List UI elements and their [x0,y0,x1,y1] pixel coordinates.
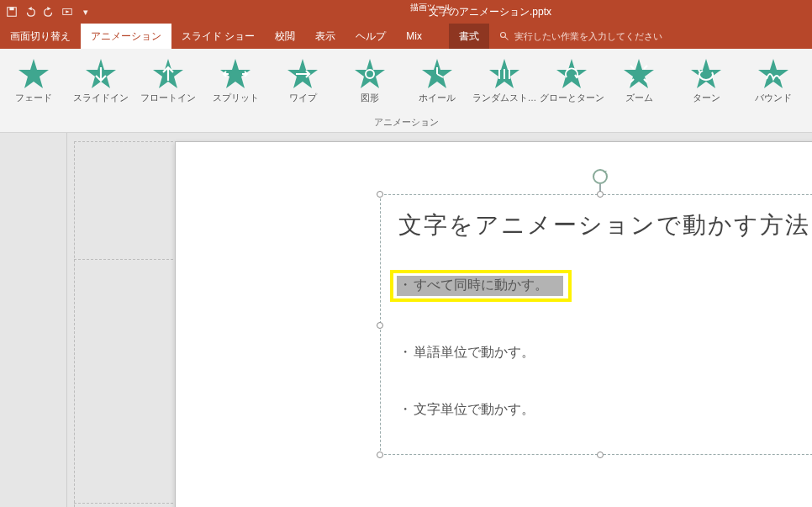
svg-point-3 [501,33,506,38]
bullet-item[interactable]: ・文字単位で動かす。 [398,401,535,419]
resize-handle[interactable] [597,191,604,198]
star-icon [84,57,118,91]
effect-label: ランダムスト… [471,92,538,104]
svg-marker-10 [355,59,385,88]
bullet-item[interactable]: ・単語単位で動かす。 [398,344,535,362]
content-area: 文字をアニメーションで動かす方法 ・すべて同時に動かす。 ・単語単位で動かす。 … [0,133,812,507]
star-icon [286,57,319,91]
tell-me-search[interactable]: 実行したい作業を入力してください [489,24,672,49]
effect-label: 図形 [336,92,403,104]
title-bar: ▾ 描画ツール 文字のアニメーション.pptx [0,0,812,24]
slide-editor[interactable]: 文字をアニメーションで動かす方法 ・すべて同時に動かす。 ・単語単位で動かす。 … [67,133,812,507]
effect-wipe[interactable]: ワイプ [269,54,336,104]
star-icon [488,57,521,91]
effect-grow-turn[interactable]: グローとターン [538,54,605,104]
undo-icon[interactable] [24,5,37,18]
effect-label: ズーム [605,92,672,104]
effect-split[interactable]: スプリット [202,54,269,104]
slide-canvas[interactable]: 文字をアニメーションで動かす方法 ・すべて同時に動かす。 ・単語単位で動かす。 … [175,141,812,507]
effect-label: スライドイン [67,92,134,104]
svg-line-4 [505,37,509,40]
tab-slideshow[interactable]: スライド ショー [171,24,265,49]
ribbon-tabs: 画面切り替え アニメーション スライド ショー 校閲 表示 ヘルプ Mix 書式… [0,24,812,49]
tab-mix[interactable]: Mix [396,24,432,49]
effect-random-stripes[interactable]: ランダムスト… [471,54,538,104]
effect-slidein[interactable]: スライドイン [67,54,134,104]
svg-marker-17 [758,59,788,88]
effect-label: ホイール [403,92,471,104]
resize-handle[interactable] [377,191,383,198]
svg-marker-15 [624,59,654,88]
bullet-item[interactable]: ・すべて同時に動かす。 [398,277,548,294]
effect-zoom[interactable]: ズーム [605,54,672,104]
effect-shape[interactable]: 図形 [336,54,403,104]
star-icon [757,57,790,91]
star-icon [353,57,387,91]
effect-floatin[interactable]: フロートイン [134,54,202,104]
effect-turn[interactable]: ターン [672,54,740,104]
star-icon [689,57,723,91]
rotation-handle-icon[interactable] [591,167,609,186]
svg-marker-16 [691,59,721,88]
ribbon: フェード スライドイン フロートイン スプリット ワイプ 図形 ホイール ラン [0,49,812,133]
thumbnail-slot[interactable] [7,141,63,267]
qat-customize-icon[interactable]: ▾ [79,5,92,18]
ribbon-group-label: アニメーション [0,115,812,132]
search-icon [499,31,509,41]
star-icon [151,57,185,91]
star-icon [219,57,252,91]
tab-animation[interactable]: アニメーション [81,24,171,49]
svg-marker-14 [556,59,587,88]
svg-rect-1 [9,8,13,11]
resize-handle[interactable] [597,452,604,458]
tab-view[interactable]: 表示 [305,24,345,49]
effect-label: フロートイン [134,92,202,104]
effect-label: スプリット [202,92,269,104]
resize-handle[interactable] [377,322,383,329]
effect-label: バウンド [740,92,807,104]
quick-access-toolbar: ▾ [0,5,98,18]
search-placeholder: 実行したい作業を入力してください [514,30,662,43]
effect-label: グローとターン [538,92,605,104]
effect-bounce[interactable]: バウンド [740,54,807,104]
effect-label: フェード [0,92,67,104]
effect-wheel[interactable]: ホイール [403,54,471,104]
tab-help[interactable]: ヘルプ [345,24,396,49]
thumbnail-slot[interactable] [7,277,63,404]
start-from-beginning-icon[interactable] [61,5,74,18]
effect-label: ワイプ [269,92,336,104]
slide-thumbnails[interactable] [0,133,67,507]
effect-label: ターン [672,92,740,104]
animation-gallery[interactable]: フェード スライドイン フロートイン スプリット ワイプ 図形 ホイール ラン [0,49,812,115]
tab-format[interactable]: 書式 [449,24,489,49]
svg-marker-5 [18,59,49,88]
star-icon [555,57,588,91]
star-icon [622,57,656,91]
redo-icon[interactable] [42,5,55,18]
contextual-tab-group-label: 描画ツール [395,2,467,13]
effect-fade[interactable]: フェード [0,54,67,104]
star-icon [420,57,454,91]
tab-screen-transition[interactable]: 画面切り替え [0,24,81,49]
tab-review[interactable]: 校閲 [265,24,305,49]
resize-handle[interactable] [377,452,383,458]
star-icon [17,57,50,91]
slide-title[interactable]: 文字をアニメーションで動かす方法 [398,209,810,241]
save-icon[interactable] [5,5,18,18]
